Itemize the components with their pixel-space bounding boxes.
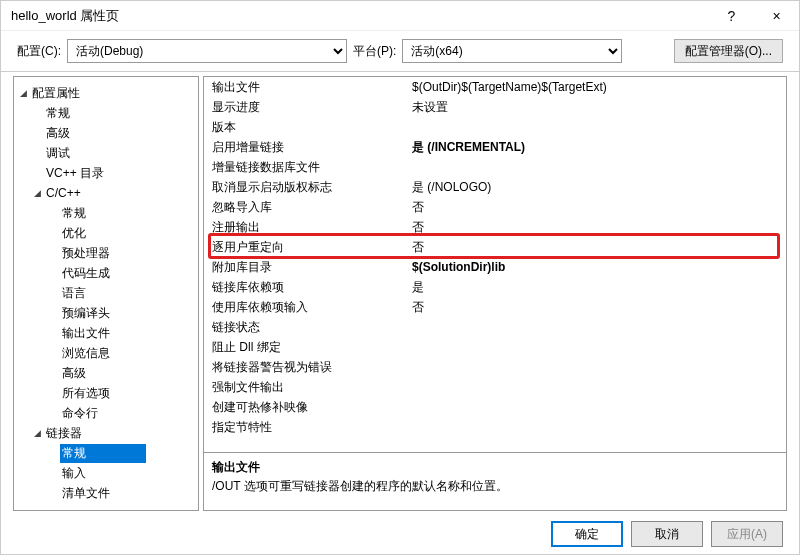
- apply-button[interactable]: 应用(A): [711, 521, 783, 547]
- description-text: /OUT 选项可重写链接器创建的程序的默认名称和位置。: [212, 478, 778, 495]
- collapse-icon[interactable]: ◢: [34, 188, 44, 198]
- tree-item[interactable]: VC++ 目录: [44, 164, 106, 183]
- tree-item[interactable]: 命令行: [60, 404, 100, 423]
- config-select[interactable]: 活动(Debug): [67, 39, 347, 63]
- property-row[interactable]: 强制文件输出: [204, 377, 786, 397]
- property-row[interactable]: 启用增量链接是 (/INCREMENTAL): [204, 137, 786, 157]
- tree-item[interactable]: 输出文件: [60, 324, 112, 343]
- property-value[interactable]: $(SolutionDir)lib: [412, 260, 786, 274]
- property-value[interactable]: 否: [412, 219, 786, 236]
- property-row[interactable]: 版本: [204, 117, 786, 137]
- tree-item[interactable]: 高级: [60, 364, 88, 383]
- property-value[interactable]: 否: [412, 239, 786, 256]
- description-panel: 输出文件 /OUT 选项可重写链接器创建的程序的默认名称和位置。: [203, 453, 787, 511]
- tree-item[interactable]: 预编译头: [60, 304, 112, 323]
- tree-item[interactable]: 浏览信息: [60, 344, 112, 363]
- platform-label: 平台(P):: [353, 43, 396, 60]
- tree-item[interactable]: 高级: [44, 124, 72, 143]
- tree-item[interactable]: 输入: [60, 464, 88, 483]
- tree-item[interactable]: 预处理器: [60, 244, 112, 263]
- property-row[interactable]: 将链接器警告视为错误: [204, 357, 786, 377]
- tree-item[interactable]: 常规: [44, 104, 72, 123]
- property-key: 强制文件输出: [212, 379, 412, 396]
- config-manager-button[interactable]: 配置管理器(O)...: [674, 39, 783, 63]
- property-key: 输出文件: [212, 79, 412, 96]
- tree-linker[interactable]: 链接器: [44, 424, 84, 443]
- property-row[interactable]: 创建可热修补映像: [204, 397, 786, 417]
- tree-item[interactable]: 常规: [60, 204, 88, 223]
- property-key: 取消显示启动版权标志: [212, 179, 412, 196]
- property-key: 逐用户重定向: [212, 239, 412, 256]
- tree-item[interactable]: 调试: [44, 144, 72, 163]
- cancel-button[interactable]: 取消: [631, 521, 703, 547]
- property-key: 版本: [212, 119, 412, 136]
- tree-item[interactable]: 优化: [60, 224, 88, 243]
- property-row[interactable]: 输出文件$(OutDir)$(TargetName)$(TargetExt): [204, 77, 786, 97]
- property-value[interactable]: 是: [412, 279, 786, 296]
- property-row[interactable]: 链接状态: [204, 317, 786, 337]
- property-row[interactable]: 忽略导入库否: [204, 197, 786, 217]
- property-row[interactable]: 注册输出否: [204, 217, 786, 237]
- titlebar: hello_world 属性页 ? ×: [1, 1, 799, 31]
- property-row[interactable]: 附加库目录$(SolutionDir)lib: [204, 257, 786, 277]
- property-grid[interactable]: 输出文件$(OutDir)$(TargetName)$(TargetExt)显示…: [203, 76, 787, 453]
- property-key: 启用增量链接: [212, 139, 412, 156]
- property-row[interactable]: 指定节特性: [204, 417, 786, 437]
- close-button[interactable]: ×: [754, 1, 799, 31]
- ok-button[interactable]: 确定: [551, 521, 623, 547]
- tree-item[interactable]: 清单文件: [60, 484, 112, 503]
- tree-item[interactable]: 所有选项: [60, 384, 112, 403]
- property-row[interactable]: 取消显示启动版权标志是 (/NOLOGO): [204, 177, 786, 197]
- help-button[interactable]: ?: [709, 1, 754, 31]
- property-key: 阻止 Dll 绑定: [212, 339, 412, 356]
- config-label: 配置(C):: [17, 43, 61, 60]
- tree-item[interactable]: 语言: [60, 284, 88, 303]
- property-key: 忽略导入库: [212, 199, 412, 216]
- property-key: 将链接器警告视为错误: [212, 359, 412, 376]
- property-value[interactable]: 是 (/INCREMENTAL): [412, 139, 786, 156]
- tree-root[interactable]: 配置属性: [30, 84, 82, 103]
- tree-ccpp[interactable]: C/C++: [44, 185, 83, 201]
- property-row[interactable]: 显示进度未设置: [204, 97, 786, 117]
- tree-item[interactable]: 常规: [60, 444, 146, 463]
- footer: 确定 取消 应用(A): [1, 511, 799, 555]
- property-row[interactable]: 使用库依赖项输入否: [204, 297, 786, 317]
- property-value[interactable]: 否: [412, 299, 786, 316]
- property-row[interactable]: 链接库依赖项是: [204, 277, 786, 297]
- property-value[interactable]: 否: [412, 199, 786, 216]
- property-key: 附加库目录: [212, 259, 412, 276]
- property-row[interactable]: 阻止 Dll 绑定: [204, 337, 786, 357]
- property-value[interactable]: 未设置: [412, 99, 786, 116]
- config-row: 配置(C): 活动(Debug) 平台(P): 活动(x64) 配置管理器(O)…: [1, 31, 799, 71]
- property-key: 显示进度: [212, 99, 412, 116]
- window-title: hello_world 属性页: [11, 7, 709, 25]
- collapse-icon[interactable]: ◢: [20, 88, 30, 98]
- property-value[interactable]: 是 (/NOLOGO): [412, 179, 786, 196]
- tree-view[interactable]: ◢配置属性 常规高级调试VC++ 目录 ◢C/C++ 常规优化预处理器代码生成语…: [13, 76, 199, 511]
- property-key: 指定节特性: [212, 419, 412, 436]
- property-key: 链接状态: [212, 319, 412, 336]
- property-key: 增量链接数据库文件: [212, 159, 412, 176]
- property-value[interactable]: $(OutDir)$(TargetName)$(TargetExt): [412, 80, 786, 94]
- tree-item[interactable]: 代码生成: [60, 264, 112, 283]
- property-key: 链接库依赖项: [212, 279, 412, 296]
- property-key: 注册输出: [212, 219, 412, 236]
- property-key: 使用库依赖项输入: [212, 299, 412, 316]
- collapse-icon[interactable]: ◢: [34, 428, 44, 438]
- description-title: 输出文件: [212, 459, 778, 476]
- property-row[interactable]: 逐用户重定向否: [204, 237, 786, 257]
- platform-select[interactable]: 活动(x64): [402, 39, 622, 63]
- property-row[interactable]: 增量链接数据库文件: [204, 157, 786, 177]
- property-key: 创建可热修补映像: [212, 399, 412, 416]
